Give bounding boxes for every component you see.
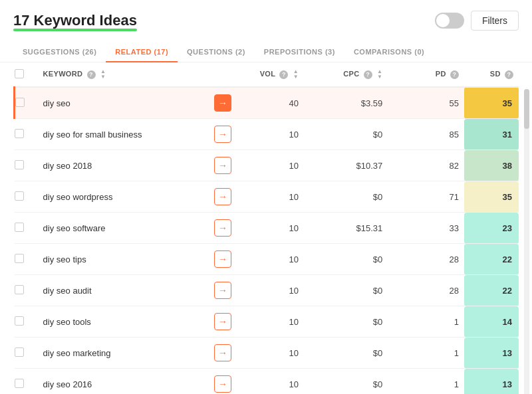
sd-cell: 35 — [464, 87, 519, 119]
row-checkbox-cell — [15, 181, 38, 213]
spacer-cell — [304, 87, 326, 119]
vol-cell: 10 — [241, 181, 304, 213]
sd-info-icon[interactable]: ? — [505, 70, 513, 79]
keyword-sort[interactable]: ▲▼ — [100, 69, 106, 80]
spacer-cell-2 — [388, 213, 410, 244]
arrow-cell: → — [209, 369, 241, 395]
pd-cell: 1 — [410, 369, 464, 395]
pd-cell: 71 — [410, 181, 464, 213]
sd-cell: 23 — [464, 213, 519, 244]
spacer-cell — [304, 338, 326, 369]
row-checkbox[interactable] — [15, 191, 24, 201]
row-checkbox[interactable] — [15, 98, 25, 107]
col-check-header — [15, 62, 38, 87]
pd-cell: 33 — [410, 213, 464, 244]
keyword-text: diy seo wordpress — [43, 192, 113, 202]
sd-cell: 35 — [464, 181, 519, 213]
tab-questions[interactable]: QUESTIONS (2) — [178, 43, 255, 62]
arrow-cell: → — [209, 119, 241, 150]
row-checkbox-cell — [15, 369, 38, 395]
keyword-cell: diy seo marketing — [38, 338, 209, 369]
cpc-info-icon[interactable]: ? — [364, 70, 372, 79]
explore-arrow-button[interactable]: → — [214, 94, 231, 112]
vol-cell: 40 — [241, 87, 304, 119]
cpc-cell: $0 — [326, 181, 388, 213]
vol-sort[interactable]: ▲▼ — [293, 69, 299, 80]
pd-cell: 1 — [410, 338, 464, 369]
vol-cell: 10 — [241, 369, 304, 395]
spacer-cell — [304, 244, 326, 275]
tab-prepositions[interactable]: PREPOSITIONS (3) — [255, 43, 344, 62]
explore-arrow-button[interactable]: → — [214, 375, 231, 393]
cpc-cell: $0 — [326, 369, 388, 395]
explore-arrow-button[interactable]: → — [214, 344, 231, 361]
row-checkbox[interactable] — [15, 160, 24, 169]
spacer-cell-2 — [388, 87, 410, 119]
title-underline — [13, 29, 137, 31]
spacer-cell-2 — [388, 369, 410, 395]
explore-arrow-button[interactable]: → — [214, 250, 231, 268]
keyword-cell: diy seo software — [38, 213, 209, 244]
col-spacer3 — [388, 62, 410, 87]
vol-info-icon[interactable]: ? — [279, 70, 288, 79]
page-title: 17 Keyword Ideas — [13, 12, 137, 29]
table-row: diy seo→40$3.595535 — [15, 87, 519, 119]
explore-arrow-button[interactable]: → — [214, 126, 231, 143]
row-checkbox-cell — [15, 275, 38, 306]
spacer-cell — [304, 275, 326, 306]
explore-arrow-button[interactable]: → — [214, 313, 231, 330]
keyword-text: diy seo for small business — [43, 130, 142, 140]
table-row: diy seo software→10$15.313323 — [15, 213, 519, 244]
keyword-text: diy seo marketing — [43, 348, 111, 358]
explore-arrow-button[interactable]: → — [214, 219, 231, 237]
sd-cell: 22 — [464, 244, 519, 275]
filters-button[interactable]: Filters — [471, 11, 519, 31]
toggle-switch[interactable] — [435, 13, 464, 29]
table-row: diy seo audit→10$02822 — [15, 275, 519, 306]
row-checkbox[interactable] — [15, 285, 24, 294]
cpc-sort[interactable]: ▲▼ — [377, 69, 382, 80]
arrow-cell: → — [209, 338, 241, 369]
vol-cell: 10 — [241, 338, 304, 369]
pd-info-icon[interactable]: ? — [450, 70, 459, 79]
row-checkbox[interactable] — [15, 316, 24, 326]
select-all-checkbox[interactable] — [15, 69, 24, 78]
pd-cell: 55 — [410, 87, 464, 119]
explore-arrow-button[interactable]: → — [214, 188, 231, 205]
explore-arrow-button[interactable]: → — [214, 157, 231, 174]
cpc-cell: $0 — [326, 306, 388, 338]
row-checkbox[interactable] — [15, 379, 24, 388]
page-header: 17 Keyword Ideas Filters — [0, 0, 532, 37]
scrollbar[interactable] — [524, 89, 529, 394]
arrow-cell: → — [209, 244, 241, 275]
cpc-cell: $0 — [326, 275, 388, 306]
vol-cell: 10 — [241, 306, 304, 338]
pd-cell: 85 — [410, 119, 464, 150]
spacer-cell-2 — [388, 275, 410, 306]
sd-cell: 13 — [464, 369, 519, 395]
vol-cell: 10 — [241, 119, 304, 150]
row-checkbox[interactable] — [15, 129, 24, 138]
table-row: diy seo 2018→10$10.378238 — [15, 150, 519, 181]
cpc-cell: $0 — [326, 338, 388, 369]
keyword-text: diy seo — [43, 98, 70, 108]
sd-cell: 13 — [464, 338, 519, 369]
keyword-cell: diy seo tools — [38, 306, 209, 338]
tab-comparisons[interactable]: COMPARISONS (0) — [344, 43, 434, 62]
scrollbar-thumb[interactable] — [524, 89, 529, 129]
vol-cell: 10 — [241, 213, 304, 244]
tab-suggestions[interactable]: SUGGESTIONS (26) — [13, 43, 106, 62]
row-checkbox-cell — [15, 213, 38, 244]
title-text: 17 Keyword Ideas — [13, 12, 137, 29]
row-checkbox[interactable] — [15, 254, 24, 263]
tab-related[interactable]: RELATED (17) — [106, 43, 178, 62]
explore-arrow-button[interactable]: → — [214, 282, 231, 299]
table-row: diy seo marketing→10$0113 — [15, 338, 519, 369]
row-checkbox-cell — [15, 87, 38, 119]
keyword-info-icon[interactable]: ? — [87, 70, 96, 79]
row-checkbox[interactable] — [15, 347, 24, 357]
keyword-cell: diy seo — [38, 87, 209, 119]
row-checkbox-cell — [15, 150, 38, 181]
row-checkbox[interactable] — [15, 223, 24, 232]
row-checkbox-cell — [15, 119, 38, 150]
